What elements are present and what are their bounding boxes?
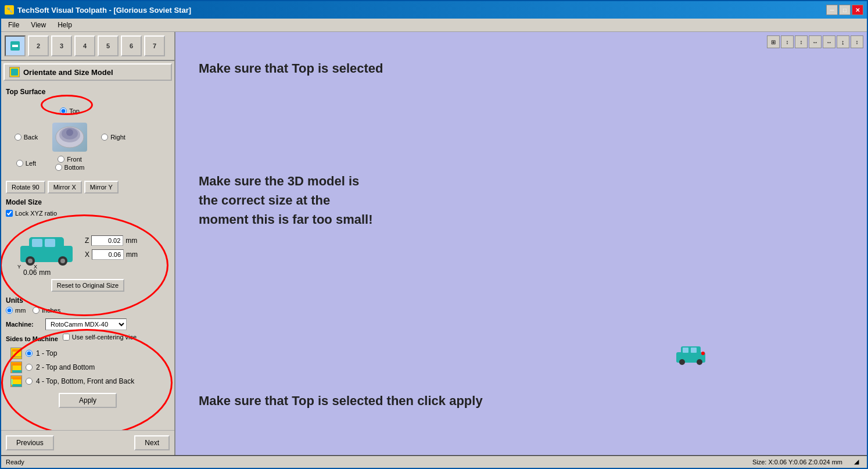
application-window: 🔧 TechSoft Visual Toolpath - [Glorious S… <box>0 0 868 469</box>
next-button[interactable]: Next <box>134 435 170 450</box>
window-controls: ─ □ ✕ <box>826 5 863 15</box>
svg-rect-9 <box>32 239 42 247</box>
reset-size-button[interactable]: Reset to Original Size <box>51 279 124 292</box>
app-icon: 🔧 <box>5 5 14 15</box>
size-inputs: Z mm X mm <box>85 235 138 260</box>
surface-front-radio[interactable] <box>58 156 64 163</box>
surface-top-option[interactable]: Top <box>60 108 80 114</box>
mirror-x-button[interactable]: Mirror X <box>48 181 82 194</box>
step-1-button[interactable] <box>5 35 26 56</box>
rotate90-button[interactable]: Rotate 90 <box>6 181 45 194</box>
side-2-radio[interactable] <box>26 364 33 371</box>
model-size-inner: Y X Z mm X <box>6 220 170 272</box>
self-centering-label: Use self-centering vice <box>72 334 137 341</box>
x-label: X <box>85 250 89 259</box>
side-2-option[interactable]: 2 - Top and Bottom <box>10 361 170 373</box>
title-bar-left: 🔧 TechSoft Visual Toolpath - [Glorious S… <box>5 5 191 15</box>
surface-right-option[interactable]: Right <box>101 134 125 141</box>
apply-button[interactable]: Apply <box>59 393 117 408</box>
apply-btn-container: Apply <box>6 393 170 408</box>
inches-option[interactable]: inches <box>33 307 60 314</box>
reset-btn-container: Reset to Original Size <box>6 279 170 292</box>
lock-xyz-checkbox[interactable] <box>6 210 13 217</box>
machine-row: Machine: RotoCamm MDX-40 <box>6 318 170 330</box>
vp-btn-grid[interactable]: ⊞ <box>767 35 780 48</box>
y-input-row: 0.06 mm <box>6 268 170 277</box>
surface-back-radio[interactable] <box>15 134 21 141</box>
lock-xyz-label: Lock XYZ ratio <box>15 210 57 217</box>
xy-axis-labels: Y X <box>17 264 37 270</box>
surface-left-option[interactable]: Left <box>16 160 36 167</box>
step-5-button[interactable]: 5 <box>98 35 119 56</box>
steps-toolbar: 2 3 4 5 6 7 <box>1 32 174 61</box>
menu-view[interactable]: View <box>26 20 51 30</box>
self-centering-checkbox[interactable] <box>63 334 70 341</box>
svg-point-14 <box>60 259 65 263</box>
surface-grid: Top Back <box>6 99 170 175</box>
self-centering-container[interactable]: Use self-centering vice <box>63 334 137 341</box>
surface-selector-container: Top Back <box>6 99 170 175</box>
step-2-button[interactable]: 2 <box>28 35 49 56</box>
resize-handle[interactable]: ◢ <box>854 458 862 466</box>
vp-btn-2[interactable]: ↕ <box>795 35 808 48</box>
step-4-button[interactable]: 4 <box>74 35 95 56</box>
mm-option[interactable]: mm <box>6 307 26 314</box>
top-surface-label: Top Surface <box>6 88 170 96</box>
vp-btn-6[interactable]: ↕ <box>851 35 863 48</box>
navigation-row: Previous Next <box>1 430 174 455</box>
z-value-input[interactable] <box>91 235 123 246</box>
surface-right-radio[interactable] <box>101 134 108 141</box>
step-3-button[interactable]: 3 <box>51 35 72 56</box>
viewport: ⊞ ↕ ↕ ↔ ↔ ↨ ↕ Make sure that Top is sele… <box>175 32 867 455</box>
step-7-button[interactable]: 7 <box>144 35 165 56</box>
transform-buttons: Rotate 90 Mirror X Mirror Y <box>6 181 170 194</box>
minimize-button[interactable]: ─ <box>826 5 838 15</box>
mm-radio[interactable] <box>6 307 13 314</box>
side-1-radio[interactable] <box>26 350 33 357</box>
step-6-button[interactable]: 6 <box>121 35 142 56</box>
sides-section: Sides to Machine Use self-centering vice <box>6 334 170 408</box>
sides-header: Sides to Machine Use self-centering vice <box>6 334 170 344</box>
units-label: Units <box>6 296 23 305</box>
x-value-input[interactable] <box>92 249 124 260</box>
status-bar: Ready Size: X:0.06 Y:0.06 Z:0.024 mm ◢ <box>1 455 867 468</box>
close-button[interactable]: ✕ <box>852 5 863 15</box>
side-4-option[interactable]: 4 - Top, Bottom, Front and Back <box>10 375 170 387</box>
svg-rect-19 <box>12 370 21 373</box>
surface-front-option[interactable]: Front <box>58 156 82 163</box>
surface-top-radio[interactable] <box>60 108 67 114</box>
surface-back-label: Back <box>24 134 38 141</box>
maximize-button[interactable]: □ <box>839 5 851 15</box>
machine-dropdown[interactable]: RotoCamm MDX-40 <box>45 318 127 330</box>
mid-line1: Make sure the 3D model is <box>199 171 373 191</box>
menu-file[interactable]: File <box>3 20 24 30</box>
inches-label: inches <box>42 307 60 314</box>
units-options: mm inches <box>6 307 170 314</box>
side-1-option[interactable]: 1 - Top <box>10 348 170 359</box>
panel-body: Top Surface Top <box>1 83 174 430</box>
surface-bottom-front-option: Front Bottom <box>55 156 85 171</box>
svg-rect-16 <box>12 349 21 352</box>
surface-left-radio[interactable] <box>16 160 23 167</box>
vp-btn-4[interactable]: ↔ <box>823 35 835 48</box>
surface-back-option[interactable]: Back <box>15 134 38 141</box>
model-preview-surface <box>52 123 87 152</box>
inches-radio[interactable] <box>33 307 40 314</box>
y-axis-label: Y <box>17 264 21 270</box>
vp-btn-3[interactable]: ↔ <box>809 35 822 48</box>
svg-rect-20 <box>12 379 21 385</box>
left-panel: 2 3 4 5 6 7 Orientate and Size Model Top… <box>1 32 175 455</box>
sides-options: 1 - Top 2 - Top and Bottom <box>6 348 170 387</box>
mirror-y-button[interactable]: Mirror Y <box>84 181 119 194</box>
surface-bottom-option[interactable]: Bottom <box>55 164 85 171</box>
svg-rect-21 <box>12 377 21 380</box>
svg-point-30 <box>701 352 705 355</box>
surface-bottom-radio[interactable] <box>55 164 62 171</box>
menu-help[interactable]: Help <box>53 20 77 30</box>
vp-btn-5[interactable]: ↨ <box>837 35 849 48</box>
vp-btn-1[interactable]: ↕ <box>781 35 794 48</box>
sides-label: Sides to Machine <box>6 335 58 342</box>
side-4-radio[interactable] <box>26 378 33 385</box>
model-size-section: Y X Z mm X <box>6 220 170 292</box>
previous-button[interactable]: Previous <box>6 435 54 450</box>
